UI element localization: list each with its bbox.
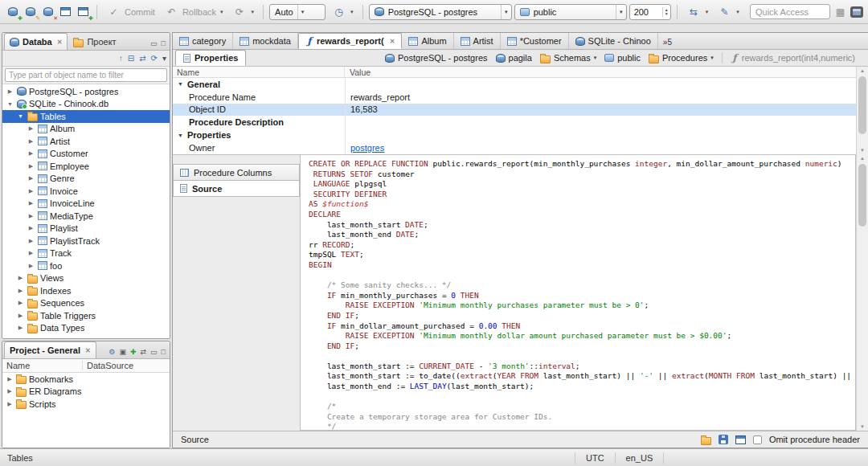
- editor-tab-customer[interactable]: *Customer: [501, 33, 569, 49]
- editor-tab-sqlite-chinoo[interactable]: SQLite - Chinoo: [569, 33, 658, 49]
- scroll-up-icon[interactable]: ▲: [857, 68, 868, 73]
- property-value-owner[interactable]: postgres: [345, 141, 856, 154]
- tree-item-table-triggers[interactable]: ▶Table Triggers: [2, 309, 170, 322]
- grid-column-value[interactable]: Value: [345, 67, 371, 77]
- tree-item-track[interactable]: ▶Track: [2, 247, 170, 260]
- scrollbar-thumb[interactable]: [858, 76, 866, 134]
- object-filter-input[interactable]: [5, 68, 167, 82]
- property-row-general[interactable]: ▼General: [173, 78, 856, 91]
- sql-editor-icon[interactable]: [58, 4, 73, 19]
- rollback-button[interactable]: ↶Rollback▾: [161, 4, 227, 20]
- view-menu-icon[interactable]: ▾: [162, 54, 166, 63]
- omit-procedure-header-checkbox[interactable]: [753, 435, 762, 444]
- chevron-right-icon[interactable]: ▶: [27, 188, 35, 194]
- chevron-right-icon[interactable]: ▶: [27, 200, 35, 206]
- tree-item-indexes[interactable]: ▶Indexes: [2, 284, 170, 297]
- commit-button[interactable]: ✓Commit: [103, 4, 158, 20]
- editor-tab-album[interactable]: Album: [402, 33, 453, 49]
- property-row-properties[interactable]: ▼Properties: [173, 129, 856, 141]
- chevron-down-icon[interactable]: ▼: [176, 133, 185, 138]
- tree-item-album[interactable]: ▶Album: [2, 123, 170, 136]
- property-row-procedure-description[interactable]: Procedure Description: [173, 116, 856, 129]
- save-icon[interactable]: [719, 435, 728, 444]
- fetch-size-stepper[interactable]: 200▲▼: [629, 4, 671, 20]
- gear-icon[interactable]: ⚙: [108, 348, 115, 356]
- chevron-right-icon[interactable]: ▶: [27, 138, 35, 145]
- properties-scrollbar[interactable]: ▲ ▼: [856, 67, 868, 154]
- tree-item-artist[interactable]: ▶Artist: [2, 135, 170, 148]
- grid-column-name[interactable]: Name: [173, 67, 345, 77]
- scrollbar-thumb[interactable]: [858, 164, 866, 227]
- column-header-name[interactable]: Name: [2, 361, 83, 370]
- tree-item-genre[interactable]: ▶Genre: [2, 173, 170, 186]
- chevron-right-icon[interactable]: ▶: [16, 275, 25, 281]
- chevron-right-icon[interactable]: ▶: [27, 250, 35, 256]
- link-with-editor-icon[interactable]: ⇄: [139, 54, 145, 63]
- tree-item-sequences[interactable]: ▶Sequences: [2, 297, 170, 310]
- chevron-right-icon[interactable]: ▶: [27, 163, 35, 170]
- delete-connection-icon[interactable]: ✕: [40, 4, 55, 19]
- chevron-down-icon[interactable]: ▾: [616, 5, 623, 19]
- chevron-down-icon[interactable]: ▼: [16, 113, 25, 119]
- chevron-right-icon[interactable]: ▶: [27, 263, 35, 269]
- tab-project-general[interactable]: Project - General✕: [4, 341, 96, 358]
- property-row-procedure-name[interactable]: Procedure Namerewards_report: [173, 91, 856, 104]
- project-item-scripts[interactable]: ▶Scripts: [2, 398, 170, 411]
- active-datasource-combo[interactable]: PostgreSQL - postgres▾: [369, 4, 512, 20]
- chevron-right-icon[interactable]: ▶: [27, 125, 35, 132]
- breadcrumb-item-public[interactable]: public: [604, 53, 641, 63]
- chevron-down-icon[interactable]: ▾: [706, 9, 709, 15]
- chevron-down-icon[interactable]: ▼: [6, 101, 14, 107]
- breadcrumb-item-procedures[interactable]: Procedures▾: [649, 53, 714, 63]
- breadcrumb-item-pagila[interactable]: pagila: [496, 53, 532, 63]
- breadcrumb-item-schemas[interactable]: Schemas▾: [540, 53, 596, 63]
- close-tab-icon[interactable]: ✕: [57, 39, 63, 46]
- auto-refresh-button[interactable]: ◷▾: [328, 4, 357, 20]
- minimize-icon[interactable]: ▭: [150, 39, 158, 47]
- property-row-owner[interactable]: Ownerpostgres: [173, 141, 856, 154]
- collapse-all-icon[interactable]: ⊟: [128, 54, 134, 63]
- edit-connection-icon[interactable]: ✎: [23, 4, 38, 19]
- rollback-dropdown-icon[interactable]: ▾: [220, 9, 223, 15]
- tree-item-invoice[interactable]: ▶Invoice: [2, 185, 170, 198]
- open-perspective-icon[interactable]: ▦: [833, 4, 848, 19]
- side-tab-source[interactable]: Source: [173, 180, 300, 197]
- minimize-icon[interactable]: ▭: [150, 348, 158, 356]
- editor-tab-rewards-report[interactable]: rewards_report(✕: [298, 33, 402, 49]
- chevron-right-icon[interactable]: ▶: [27, 175, 35, 182]
- tab-properties[interactable]: Properties: [175, 50, 246, 66]
- tree-item-employee[interactable]: ▶Employee: [2, 160, 170, 173]
- tree-item-tables[interactable]: ▼Tables: [2, 110, 170, 123]
- close-tab-icon[interactable]: ✕: [390, 38, 395, 45]
- chevron-right-icon[interactable]: ▶: [6, 88, 14, 95]
- dbeaver-perspective-icon[interactable]: [850, 6, 863, 18]
- close-tab-icon[interactable]: ✕: [85, 347, 91, 354]
- chevron-right-icon[interactable]: ▶: [16, 288, 25, 294]
- chevron-down-icon[interactable]: ▾: [501, 5, 508, 19]
- chevron-right-icon[interactable]: ▶: [27, 238, 35, 244]
- chevron-right-icon[interactable]: ▶: [6, 401, 14, 407]
- link-with-editor-icon[interactable]: ⇄: [141, 348, 147, 356]
- breadcrumb-item-postgresql-postgres[interactable]: PostgreSQL - postgres: [385, 53, 487, 63]
- tree-item-foo[interactable]: ▶foo: [2, 260, 170, 272]
- quick-access-input[interactable]: Quick Access: [750, 4, 830, 19]
- tree-item-postgresql-postgres[interactable]: ▶PostgreSQL - postgres: [2, 85, 170, 98]
- chevron-right-icon[interactable]: ▶: [27, 213, 35, 219]
- tree-item-invoiceline[interactable]: ▶InvoiceLine: [2, 198, 170, 211]
- tab-projects[interactable]: Проект: [68, 33, 121, 50]
- chevron-down-icon[interactable]: ▼: [176, 81, 185, 87]
- scroll-down-icon[interactable]: ▼: [857, 148, 868, 153]
- chevron-right-icon[interactable]: ▶: [6, 376, 14, 382]
- property-row-object-id[interactable]: Object ID16,583: [173, 104, 856, 117]
- stepper-arrows[interactable]: ▲▼: [662, 7, 670, 17]
- chevron-down-icon[interactable]: ▾: [594, 55, 597, 61]
- new-sql-editor-icon[interactable]: ✚: [76, 4, 91, 19]
- active-schema-combo[interactable]: public▾: [514, 4, 627, 20]
- chevron-right-icon[interactable]: ▶: [16, 300, 25, 306]
- project-item-er-diagrams[interactable]: ▶ER Diagrams: [2, 386, 170, 399]
- commit-mode-combo[interactable]: Auto▾: [269, 4, 326, 20]
- chevron-right-icon[interactable]: ▶: [6, 388, 14, 394]
- tab-database-navigator[interactable]: Databa✕: [4, 33, 68, 50]
- tree-item-data-types[interactable]: ▶Data Types: [2, 322, 170, 335]
- transaction-dropdown-icon[interactable]: ▾: [252, 9, 255, 15]
